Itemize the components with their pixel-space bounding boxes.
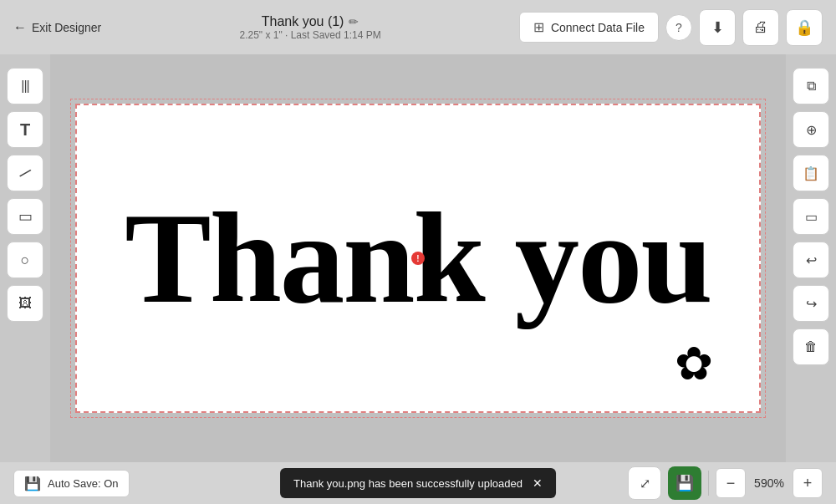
image-icon: 🖼 [18,296,32,311]
redo-icon: ↪ [806,296,817,312]
help-button[interactable]: ? [665,14,692,41]
toast-close-button[interactable]: ✕ [533,476,543,490]
rectangle-tool-button[interactable]: ▭ [7,198,43,235]
copy-button[interactable]: 📋 [793,155,829,191]
image-tool-button[interactable]: 🖼 [7,285,43,322]
warning-indicator: ! [411,252,425,265]
layers-icon: ⧉ [807,79,816,94]
group-button[interactable]: ▭ [793,198,829,235]
save-icon: 💾 [675,474,694,492]
barcode-tool-button[interactable]: ||| [7,68,43,104]
undo-button[interactable]: ↩ [793,242,829,278]
line-tool-button[interactable]: / [7,155,43,191]
download-button[interactable]: ⬇ [699,9,736,46]
ellipse-tool-button[interactable]: ○ [7,242,43,278]
canvas-area: Thank you ! ✿ [50,54,786,462]
layers-button[interactable]: ⧉ [793,68,829,104]
delete-button[interactable]: 🗑 [793,328,829,365]
undo-icon: ↩ [806,252,817,268]
title-block: Thank you (1) ✏ 2.25" x 1" · Last Saved … [115,14,506,41]
exit-designer-button[interactable]: ← Exit Designer [13,20,101,35]
rectangle-icon: ▭ [18,207,33,226]
lock-icon: 🔒 [795,18,813,37]
document-title: Thank you (1) [262,14,344,29]
edit-title-icon[interactable]: ✏ [349,15,359,28]
group-icon: ▭ [805,209,818,225]
exit-label: Exit Designer [32,21,101,34]
text-tool-button[interactable]: T [7,111,43,148]
header: ← Exit Designer Thank you (1) ✏ 2.25" x … [0,0,836,54]
decorative-snowflake: ✿ [675,337,713,390]
duplicate-button[interactable]: ⊕ [793,111,829,148]
bottom-bar: 💾 Auto Save: On Thank you.png has been s… [0,462,836,504]
fit-view-icon: ⤢ [640,476,650,491]
connect-icon: ⊞ [533,19,544,35]
right-toolbar: ⧉ ⊕ 📋 ▭ ↩ ↪ 🗑 [786,54,836,462]
autosave-icon: 💾 [24,476,41,491]
zoom-in-button[interactable]: + [793,468,823,498]
line-icon: / [17,165,33,181]
title-row: Thank you (1) ✏ [262,14,359,29]
label-canvas[interactable]: Thank you ! ✿ [75,104,761,413]
zoom-out-button[interactable]: − [716,468,746,498]
print-icon: 🖨 [753,18,768,36]
document-subtitle: 2.25" x 1" · Last Saved 1:14 PM [239,29,380,41]
save-button[interactable]: 💾 [668,466,701,500]
zoom-in-icon: + [803,475,813,492]
lock-button[interactable]: 🔒 [786,9,823,46]
delete-icon: 🗑 [804,339,818,354]
separator [708,471,709,496]
print-button[interactable]: 🖨 [742,9,779,46]
back-arrow-icon: ← [13,20,27,35]
connect-label: Connect Data File [551,21,645,34]
toast-notification: Thank you.png has been successfully uplo… [280,468,556,498]
autosave-label: Auto Save: On [48,477,119,490]
header-actions: ⊞ Connect Data File ? ⬇ 🖨 🔒 [519,9,823,46]
zoom-level-display: 590% [752,476,786,490]
bottom-right-actions: ⤢ 💾 − 590% + [628,466,823,500]
barcode-icon: ||| [21,79,28,94]
download-icon: ⬇ [711,18,724,37]
text-icon: T [20,120,30,140]
ellipse-icon: ○ [21,252,30,269]
left-toolbar: ||| T / ▭ ○ 🖼 [0,54,50,462]
toast-message: Thank you.png has been successfully uplo… [293,477,522,490]
zoom-out-icon: − [726,475,736,492]
fit-view-button[interactable]: ⤢ [628,466,661,500]
redo-button[interactable]: ↪ [793,285,829,322]
connect-data-file-button[interactable]: ⊞ Connect Data File [519,12,659,43]
autosave-button[interactable]: 💾 Auto Save: On [13,470,130,497]
help-icon: ? [675,21,682,34]
duplicate-icon: ⊕ [806,122,817,138]
copy-icon: 📋 [803,165,819,181]
